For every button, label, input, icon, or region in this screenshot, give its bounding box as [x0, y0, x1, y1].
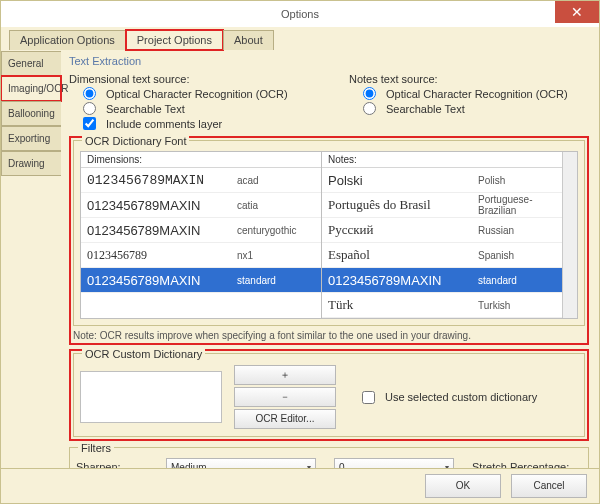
notes-source-searchable-label: Searchable Text — [386, 103, 465, 115]
custom-dictionary-list[interactable] — [80, 371, 222, 423]
text-extraction-group: Dimensional text source: Optical Charact… — [69, 71, 589, 132]
dimensions-font-item[interactable]: 0123456789MAXINstandard — [81, 268, 321, 293]
font-name: Spanish — [478, 250, 556, 261]
use-selected-dictionary-label: Use selected custom dictionary — [385, 391, 537, 403]
notes-font-item[interactable]: 0123456789MAXINstandard — [322, 268, 562, 293]
ocr-custom-dictionary-highlight: OCR Custom Dictionary ＋ － OCR Editor... … — [69, 349, 589, 441]
sidetab-general[interactable]: General — [1, 51, 61, 76]
font-hint: Note: OCR results improve when specifyin… — [73, 330, 585, 341]
font-sample: 0123456789MAXIN — [328, 273, 478, 288]
notes-source-searchable-radio[interactable] — [363, 102, 376, 115]
sidetab-imaging-ocr[interactable]: Imaging/OCR — [1, 76, 61, 101]
ocr-dictionary-font-title: OCR Dictionary Font — [82, 135, 189, 147]
tab-project-options[interactable]: Project Options — [126, 30, 223, 50]
font-sample: 0123456789MAXIN — [87, 173, 237, 188]
titlebar: Options ✕ — [1, 1, 599, 27]
dim-source-searchable-label: Searchable Text — [106, 103, 185, 115]
font-lists: Dimensions: 0123456789MAXINacad012345678… — [80, 151, 578, 319]
font-name: nx1 — [237, 250, 315, 261]
font-name: Turkish — [478, 300, 556, 311]
notes-font-item[interactable]: EspañolSpanish — [322, 243, 562, 268]
content-area: Text Extraction Dimensional text source:… — [61, 49, 599, 468]
tab-about[interactable]: About — [223, 30, 274, 50]
notes-source-label: Notes text source: — [349, 73, 438, 85]
text-extraction-title: Text Extraction — [69, 55, 589, 67]
use-selected-dictionary-checkbox[interactable] — [362, 391, 375, 404]
font-name: standard — [478, 275, 556, 286]
footer: OK Cancel — [1, 468, 599, 503]
dimensions-font-item[interactable]: 0123456789MAXINcatia — [81, 193, 321, 218]
font-name: catia — [237, 200, 315, 211]
ok-button[interactable]: OK — [425, 474, 501, 498]
cancel-button[interactable]: Cancel — [511, 474, 587, 498]
sharpen-combo[interactable]: Medium — [166, 458, 316, 468]
font-sample: 0123456789 — [87, 248, 237, 263]
notes-font-item[interactable]: РусскийRussian — [322, 218, 562, 243]
font-sample: Русский — [328, 222, 478, 238]
body: General Imaging/OCR Ballooning Exporting… — [1, 49, 599, 468]
font-sample: 0123456789MAXIN — [87, 198, 237, 213]
notes-font-item[interactable]: Português do BrasilPortuguese-Brazilian — [322, 193, 562, 218]
notes-font-list[interactable]: Notes: PolskiPolishPortuguês do BrasilPo… — [321, 152, 562, 318]
font-sample: 0123456789MAXIN — [87, 273, 237, 288]
stretch-percent-label: Stretch Percentage: — [472, 461, 582, 468]
sidetab-exporting[interactable]: Exporting — [1, 126, 61, 151]
font-name: Portuguese-Brazilian — [478, 194, 556, 216]
notes-font-item[interactable]: TürkTurkish — [322, 293, 562, 318]
dimensions-font-item[interactable]: 0123456789nx1 — [81, 243, 321, 268]
ocr-custom-dictionary-section: OCR Custom Dictionary ＋ － OCR Editor... … — [73, 353, 585, 437]
top-tabs: Application Options Project Options Abou… — [1, 27, 599, 49]
sharpen-num-combo[interactable]: 0 — [334, 458, 454, 468]
ocr-editor-button[interactable]: OCR Editor... — [234, 409, 336, 429]
sharpen-label: Sharpen: — [76, 461, 166, 468]
font-name: Russian — [478, 225, 556, 236]
font-name: centurygothic — [237, 225, 315, 236]
font-sample: Polski — [328, 173, 478, 188]
dimensions-font-list[interactable]: Dimensions: 0123456789MAXINacad012345678… — [81, 152, 321, 318]
dimensions-col-head: Dimensions: — [81, 152, 321, 168]
dimensions-font-item[interactable]: 0123456789MAXINacad — [81, 168, 321, 193]
font-sample: 0123456789MAXIN — [87, 223, 237, 238]
sidetab-drawing[interactable]: Drawing — [1, 151, 61, 176]
add-dictionary-button[interactable]: ＋ — [234, 365, 336, 385]
dimensions-font-item[interactable]: 0123456789MAXINcenturygothic — [81, 218, 321, 243]
dim-source-ocr-radio[interactable] — [83, 87, 96, 100]
scrollbar[interactable] — [562, 152, 577, 318]
font-sample: Español — [328, 247, 478, 263]
ocr-dictionary-font-highlight: OCR Dictionary Font Dimensions: 01234567… — [69, 136, 589, 345]
dim-source-searchable-radio[interactable] — [83, 102, 96, 115]
font-sample: Português do Brasil — [328, 197, 478, 213]
window-title: Options — [281, 8, 319, 20]
font-name: acad — [237, 175, 315, 186]
side-tabs: General Imaging/OCR Ballooning Exporting… — [1, 49, 61, 468]
filters-section: Filters Sharpen: Medium 0 Stretch Percen… — [69, 447, 589, 468]
notes-source-ocr-radio[interactable] — [363, 87, 376, 100]
notes-source-ocr-label: Optical Character Recognition (OCR) — [386, 88, 568, 100]
dim-source-label: Dimensional text source: — [69, 73, 189, 85]
tab-application-options[interactable]: Application Options — [9, 30, 126, 50]
include-comments-checkbox[interactable] — [83, 117, 96, 130]
font-sample: Türk — [328, 297, 478, 313]
close-icon[interactable]: ✕ — [555, 1, 599, 23]
filters-title: Filters — [78, 442, 114, 454]
notes-font-item[interactable]: PolskiPolish — [322, 168, 562, 193]
ocr-dictionary-font-section: OCR Dictionary Font Dimensions: 01234567… — [73, 140, 585, 326]
ocr-custom-dictionary-title: OCR Custom Dictionary — [82, 348, 205, 360]
sidetab-ballooning[interactable]: Ballooning — [1, 101, 61, 126]
font-name: standard — [237, 275, 315, 286]
dim-source-ocr-label: Optical Character Recognition (OCR) — [106, 88, 288, 100]
font-name: Polish — [478, 175, 556, 186]
options-window: Options ✕ Application Options Project Op… — [0, 0, 600, 504]
notes-col-head: Notes: — [322, 152, 562, 168]
remove-dictionary-button[interactable]: － — [234, 387, 336, 407]
include-comments-label: Include comments layer — [106, 118, 222, 130]
